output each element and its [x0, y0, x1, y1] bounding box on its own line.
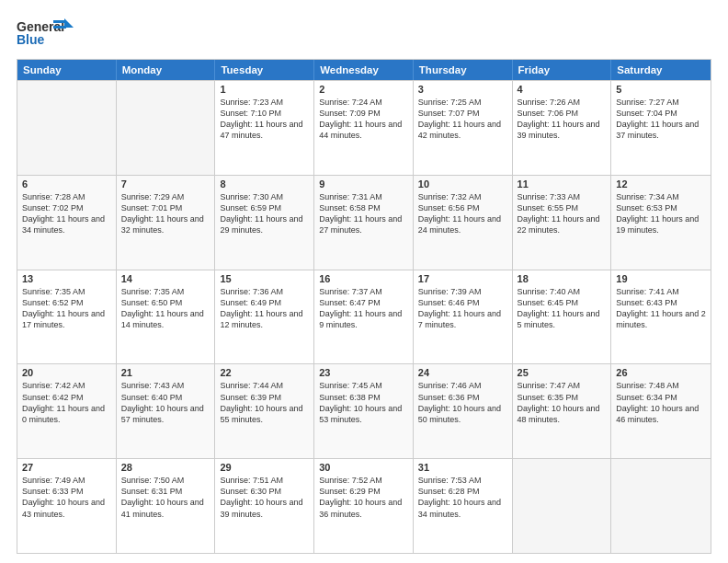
day-info: Sunrise: 7:43 AM Sunset: 6:40 PM Dayligh… — [121, 380, 210, 425]
cal-cell: 17Sunrise: 7:39 AM Sunset: 6:46 PM Dayli… — [414, 270, 513, 364]
cal-cell — [17, 81, 117, 175]
cal-cell: 23Sunrise: 7:45 AM Sunset: 6:38 PM Dayli… — [314, 364, 414, 458]
cal-cell: 26Sunrise: 7:48 AM Sunset: 6:34 PM Dayli… — [611, 364, 711, 458]
day-info: Sunrise: 7:40 AM Sunset: 6:45 PM Dayligh… — [518, 286, 607, 331]
cal-cell: 18Sunrise: 7:40 AM Sunset: 6:45 PM Dayli… — [513, 270, 612, 364]
cal-cell: 15Sunrise: 7:36 AM Sunset: 6:49 PM Dayli… — [215, 270, 314, 364]
day-number: 2 — [319, 84, 408, 95]
day-info: Sunrise: 7:26 AM Sunset: 7:06 PM Dayligh… — [518, 97, 607, 142]
cal-cell: 5Sunrise: 7:27 AM Sunset: 7:04 PM Daylig… — [611, 81, 711, 175]
cal-cell: 9Sunrise: 7:31 AM Sunset: 6:58 PM Daylig… — [314, 176, 414, 270]
day-info: Sunrise: 7:30 AM Sunset: 6:59 PM Dayligh… — [220, 191, 309, 236]
day-info: Sunrise: 7:45 AM Sunset: 6:38 PM Dayligh… — [319, 380, 408, 425]
day-number: 24 — [418, 367, 507, 378]
cal-cell: 20Sunrise: 7:42 AM Sunset: 6:42 PM Dayli… — [17, 364, 117, 458]
day-info: Sunrise: 7:35 AM Sunset: 6:50 PM Dayligh… — [121, 286, 210, 331]
logo-svg: GeneralBlue — [17, 17, 81, 50]
header-day-sunday: Sunday — [17, 60, 117, 80]
cal-cell: 4Sunrise: 7:26 AM Sunset: 7:06 PM Daylig… — [513, 81, 612, 175]
day-number: 7 — [121, 178, 210, 190]
day-info: Sunrise: 7:48 AM Sunset: 6:34 PM Dayligh… — [616, 380, 706, 425]
day-number: 25 — [518, 367, 607, 378]
day-number: 17 — [418, 273, 507, 284]
cal-cell: 19Sunrise: 7:41 AM Sunset: 6:43 PM Dayli… — [611, 270, 711, 364]
day-info: Sunrise: 7:42 AM Sunset: 6:42 PM Dayligh… — [22, 380, 111, 425]
day-info: Sunrise: 7:24 AM Sunset: 7:09 PM Dayligh… — [319, 97, 408, 142]
day-info: Sunrise: 7:51 AM Sunset: 6:30 PM Dayligh… — [220, 475, 309, 520]
day-number: 28 — [121, 462, 210, 473]
calendar-body: 1Sunrise: 7:23 AM Sunset: 7:10 PM Daylig… — [17, 80, 711, 553]
day-number: 14 — [121, 273, 210, 284]
day-info: Sunrise: 7:53 AM Sunset: 6:28 PM Dayligh… — [418, 475, 507, 520]
cal-cell: 11Sunrise: 7:33 AM Sunset: 6:55 PM Dayli… — [513, 176, 612, 270]
day-number: 19 — [616, 273, 706, 284]
day-info: Sunrise: 7:46 AM Sunset: 6:36 PM Dayligh… — [418, 380, 507, 425]
day-number: 27 — [22, 462, 111, 473]
day-info: Sunrise: 7:44 AM Sunset: 6:39 PM Dayligh… — [220, 380, 309, 425]
svg-rect-4 — [53, 26, 66, 29]
cal-cell: 30Sunrise: 7:52 AM Sunset: 6:29 PM Dayli… — [314, 459, 414, 553]
cal-cell: 3Sunrise: 7:25 AM Sunset: 7:07 PM Daylig… — [414, 81, 513, 175]
day-number: 18 — [518, 273, 607, 284]
day-number: 10 — [418, 178, 507, 190]
day-number: 12 — [616, 178, 706, 190]
day-number: 8 — [220, 178, 309, 190]
cal-cell — [513, 459, 612, 553]
calendar-row-3: 13Sunrise: 7:35 AM Sunset: 6:52 PM Dayli… — [17, 270, 711, 364]
day-number: 13 — [22, 273, 111, 284]
cal-cell: 10Sunrise: 7:32 AM Sunset: 6:56 PM Dayli… — [414, 176, 513, 270]
cal-cell: 12Sunrise: 7:34 AM Sunset: 6:53 PM Dayli… — [611, 176, 711, 270]
header-day-friday: Friday — [513, 60, 612, 80]
day-info: Sunrise: 7:23 AM Sunset: 7:10 PM Dayligh… — [220, 97, 309, 142]
cal-cell: 27Sunrise: 7:49 AM Sunset: 6:33 PM Dayli… — [17, 459, 117, 553]
day-info: Sunrise: 7:52 AM Sunset: 6:29 PM Dayligh… — [319, 475, 408, 520]
header: GeneralBlue — [17, 17, 711, 50]
calendar-row-2: 6Sunrise: 7:28 AM Sunset: 7:02 PM Daylig… — [17, 175, 711, 270]
calendar: SundayMondayTuesdayWednesdayThursdayFrid… — [17, 59, 711, 554]
day-number: 29 — [220, 462, 309, 473]
calendar-row-1: 1Sunrise: 7:23 AM Sunset: 7:10 PM Daylig… — [17, 80, 711, 175]
day-number: 11 — [518, 178, 607, 190]
svg-text:Blue: Blue — [17, 32, 45, 47]
cal-cell: 29Sunrise: 7:51 AM Sunset: 6:30 PM Dayli… — [215, 459, 314, 553]
cal-cell: 14Sunrise: 7:35 AM Sunset: 6:50 PM Dayli… — [117, 270, 216, 364]
day-number: 20 — [22, 367, 111, 378]
day-info: Sunrise: 7:36 AM Sunset: 6:49 PM Dayligh… — [220, 286, 309, 331]
page: GeneralBlue SundayMondayTuesdayWednesday… — [0, 0, 728, 563]
day-info: Sunrise: 7:37 AM Sunset: 6:47 PM Dayligh… — [319, 286, 408, 331]
day-number: 26 — [616, 367, 706, 378]
day-info: Sunrise: 7:34 AM Sunset: 6:53 PM Dayligh… — [616, 191, 706, 236]
day-number: 21 — [121, 367, 210, 378]
day-number: 31 — [418, 462, 507, 473]
cal-cell: 24Sunrise: 7:46 AM Sunset: 6:36 PM Dayli… — [414, 364, 513, 458]
logo: GeneralBlue — [17, 17, 81, 50]
day-number: 5 — [616, 84, 706, 95]
day-number: 23 — [319, 367, 408, 378]
day-info: Sunrise: 7:47 AM Sunset: 6:35 PM Dayligh… — [518, 380, 607, 425]
calendar-row-4: 20Sunrise: 7:42 AM Sunset: 6:42 PM Dayli… — [17, 363, 711, 458]
day-info: Sunrise: 7:49 AM Sunset: 6:33 PM Dayligh… — [22, 475, 111, 520]
day-info: Sunrise: 7:35 AM Sunset: 6:52 PM Dayligh… — [22, 286, 111, 331]
day-info: Sunrise: 7:31 AM Sunset: 6:58 PM Dayligh… — [319, 191, 408, 236]
cal-cell: 13Sunrise: 7:35 AM Sunset: 6:52 PM Dayli… — [17, 270, 117, 364]
day-number: 1 — [220, 84, 309, 95]
day-number: 4 — [518, 84, 607, 95]
day-info: Sunrise: 7:27 AM Sunset: 7:04 PM Dayligh… — [616, 97, 706, 142]
day-info: Sunrise: 7:33 AM Sunset: 6:55 PM Dayligh… — [518, 191, 607, 236]
cal-cell: 6Sunrise: 7:28 AM Sunset: 7:02 PM Daylig… — [17, 176, 117, 270]
cal-cell: 21Sunrise: 7:43 AM Sunset: 6:40 PM Dayli… — [117, 364, 216, 458]
cal-cell: 7Sunrise: 7:29 AM Sunset: 7:01 PM Daylig… — [117, 176, 216, 270]
cal-cell: 8Sunrise: 7:30 AM Sunset: 6:59 PM Daylig… — [215, 176, 314, 270]
header-day-wednesday: Wednesday — [314, 60, 414, 80]
cal-cell: 28Sunrise: 7:50 AM Sunset: 6:31 PM Dayli… — [117, 459, 216, 553]
cal-cell: 1Sunrise: 7:23 AM Sunset: 7:10 PM Daylig… — [215, 81, 314, 175]
cal-cell: 16Sunrise: 7:37 AM Sunset: 6:47 PM Dayli… — [314, 270, 414, 364]
cal-cell: 31Sunrise: 7:53 AM Sunset: 6:28 PM Dayli… — [414, 459, 513, 553]
day-number: 16 — [319, 273, 408, 284]
day-info: Sunrise: 7:50 AM Sunset: 6:31 PM Dayligh… — [121, 475, 210, 520]
svg-rect-3 — [53, 20, 66, 23]
day-info: Sunrise: 7:29 AM Sunset: 7:01 PM Dayligh… — [121, 191, 210, 236]
day-info: Sunrise: 7:32 AM Sunset: 6:56 PM Dayligh… — [418, 191, 507, 236]
calendar-row-5: 27Sunrise: 7:49 AM Sunset: 6:33 PM Dayli… — [17, 458, 711, 553]
cal-cell: 2Sunrise: 7:24 AM Sunset: 7:09 PM Daylig… — [314, 81, 414, 175]
